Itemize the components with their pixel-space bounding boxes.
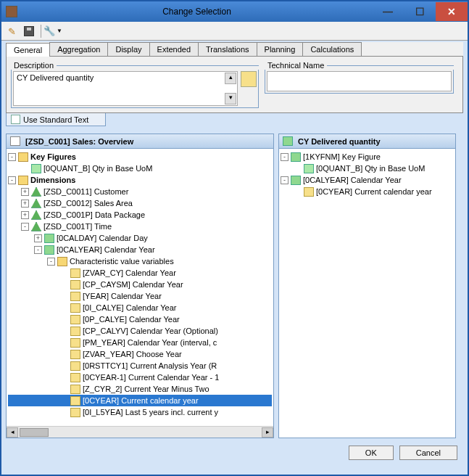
tree-node[interactable]: [0QUANT_B] Qty in Base UoM [8, 163, 272, 174]
var-icon [304, 187, 314, 197]
folder-icon [57, 257, 67, 266]
ok-button[interactable]: OK [349, 446, 394, 460]
expand-toggle[interactable]: + [34, 234, 42, 242]
technical-name-input[interactable] [267, 71, 452, 91]
chevron-down-icon: ▼ [57, 28, 62, 34]
tree-node-label: Key Figures [30, 152, 76, 161]
tree-node[interactable]: [0RSTTCY1] Current Analysis Year (R [8, 360, 272, 372]
selection-tree[interactable]: -[1KYFNM] Key Figure[0QUANT_B] Qty in Ba… [279, 149, 455, 438]
tree-node[interactable]: -[ZSD_C001T] Time [8, 221, 272, 232]
selection-icon [283, 136, 293, 146]
tree-node[interactable]: +[ZSD_C0012] Sales Area [8, 197, 272, 209]
char-icon [44, 234, 54, 243]
scroll-down-button[interactable]: ▾ [225, 93, 236, 104]
tree-node[interactable]: -Characteristic value variables [8, 255, 272, 267]
tree-node-label: [0QUANT_B] Qty in Base UoM [43, 164, 152, 173]
expand-toggle[interactable]: - [34, 246, 42, 254]
expand-toggle[interactable]: - [8, 153, 16, 161]
description-fieldset: Description CY Delivered quantity ▴ ▾ [11, 61, 259, 108]
tree-node-label: [0CALDAY] Calendar Day [57, 234, 148, 242]
cancel-button[interactable]: Cancel [399, 446, 457, 460]
use-standard-text-row[interactable]: Use Standard Text [6, 113, 106, 126]
close-button[interactable]: ✕ [436, 2, 468, 21]
wizard-button[interactable] [241, 71, 257, 87]
scroll-left-button[interactable]: ◂ [7, 427, 18, 438]
tree-node[interactable]: [0I_L5YEA] Last 5 years incl. current y [8, 406, 272, 418]
source-panel: [ZSD_C001] Sales: Overview -Key Figures[… [6, 134, 274, 438]
tree-node[interactable]: +[0CALDAY] Calendar Day [8, 232, 272, 244]
tree-node-label: [1KYFNM] Key Figure [303, 152, 381, 161]
tab-extended[interactable]: Extended [149, 42, 199, 56]
tree-node-label: [ZVAR_YEAR] Choose Year [83, 350, 182, 358]
tree-node[interactable]: [CP_CAYSM] Calendar Year [8, 279, 272, 290]
scroll-thumb[interactable] [20, 428, 49, 437]
use-standard-text-checkbox[interactable] [11, 115, 20, 124]
kf-icon [31, 164, 41, 173]
tree-node[interactable]: [PM_YEAR] Calendar Year (interval, c [8, 337, 272, 348]
var-icon [70, 338, 80, 348]
expand-toggle[interactable]: - [47, 258, 55, 266]
tree-node[interactable]: -[0CALYEAR] Calendar Year [8, 244, 272, 255]
tree-node[interactable]: [YEAR] Calendar Year [8, 290, 272, 302]
horizontal-scrollbar[interactable]: ◂ ▸ [7, 426, 273, 438]
tree-node-label: [YEAR] Calendar Year [83, 292, 162, 300]
char-icon [291, 152, 301, 162]
pencil-icon [8, 26, 18, 36]
source-panel-header: [ZSD_C001] Sales: Overview [7, 134, 273, 149]
tree-node[interactable]: [0CYEAR-1] Current Calendar Year - 1 [8, 372, 272, 383]
source-panel-title: [ZSD_C001] Sales: Overview [25, 137, 133, 146]
tree-node-label: [ZSD_C0011] Customer [43, 187, 128, 196]
tree-node[interactable]: [CP_CALYV] Calendar Year (Optional) [8, 325, 272, 337]
expand-toggle[interactable]: - [8, 176, 16, 184]
window-title: Change Selection [22, 7, 372, 17]
tree-node[interactable]: [0P_CALYE] Calendar Year [8, 313, 272, 325]
app-icon [6, 6, 17, 17]
scroll-right-button[interactable]: ▸ [262, 427, 273, 438]
tree-node[interactable]: [0I_CALYE] Calendar Year [8, 302, 272, 313]
tab-display[interactable]: Display [107, 42, 149, 56]
tree-node-label: Dimensions [30, 176, 75, 184]
tree-node[interactable]: +[ZSD_C001P] Data Package [8, 209, 272, 221]
floppy-icon [24, 26, 34, 36]
tree-node-label: [Z_CYR_2] Current Year Minus Two [83, 385, 209, 393]
expand-toggle[interactable]: + [21, 188, 29, 196]
tree-node-label: [0I_L5YEA] Last 5 years incl. current y [83, 408, 218, 416]
tree-node[interactable]: [0CYEAR] Current calendar year [8, 395, 272, 406]
tab-calculations[interactable]: Calculations [302, 42, 362, 56]
save-button[interactable] [22, 24, 36, 38]
expand-toggle[interactable]: - [281, 176, 289, 184]
tree-node[interactable]: [ZVAR_CY] Calendar Year [8, 267, 272, 279]
minimize-button[interactable]: — [372, 2, 404, 21]
expand-toggle[interactable]: - [281, 153, 289, 161]
dim-icon [31, 210, 41, 220]
tree-node-label: [0CYEAR] Current calendar year [83, 396, 199, 405]
tree-node[interactable]: [Z_CYR_2] Current Year Minus Two [8, 383, 272, 395]
var-icon [70, 268, 80, 278]
scroll-up-button[interactable]: ▴ [225, 73, 236, 84]
tree-node[interactable]: [ZVAR_YEAR] Choose Year [8, 348, 272, 360]
tree-node[interactable]: [0QUANT_B] Qty in Base UoM [281, 163, 454, 174]
tree-node[interactable]: [0CYEAR] Current calendar year [281, 186, 454, 197]
tree-node[interactable]: +[ZSD_C0011] Customer [8, 186, 272, 197]
tab-translations[interactable]: Translations [198, 42, 257, 56]
tree-node[interactable]: -[1KYFNM] Key Figure [281, 151, 454, 163]
tools-dropdown[interactable]: 🔧▼ [46, 24, 60, 38]
tree-node-label: [ZSD_C0012] Sales Area [43, 199, 133, 208]
tree-node[interactable]: -Dimensions [8, 174, 272, 186]
tree-node[interactable]: -Key Figures [8, 151, 272, 163]
tree-node-label: [0CYEAR-1] Current Calendar Year - 1 [83, 373, 219, 382]
edit-button[interactable] [6, 24, 20, 38]
expand-toggle[interactable]: + [21, 200, 29, 208]
tab-aggregation[interactable]: Aggregation [49, 42, 108, 56]
tab-planning[interactable]: Planning [257, 42, 304, 56]
expand-toggle[interactable]: + [21, 211, 29, 219]
tree-node[interactable]: -[0CALYEAR] Calendar Year [281, 174, 454, 186]
description-input[interactable]: CY Delivered quantity ▴ ▾ [13, 71, 238, 106]
folder-icon [18, 152, 28, 162]
use-standard-text-label: Use Standard Text [23, 115, 88, 124]
description-value: CY Delivered quantity [17, 73, 94, 82]
expand-toggle[interactable]: - [21, 223, 29, 231]
maximize-button[interactable]: ☐ [404, 2, 436, 21]
source-tree[interactable]: -Key Figures[0QUANT_B] Qty in Base UoM-D… [7, 149, 273, 426]
tab-general[interactable]: General [6, 43, 50, 57]
